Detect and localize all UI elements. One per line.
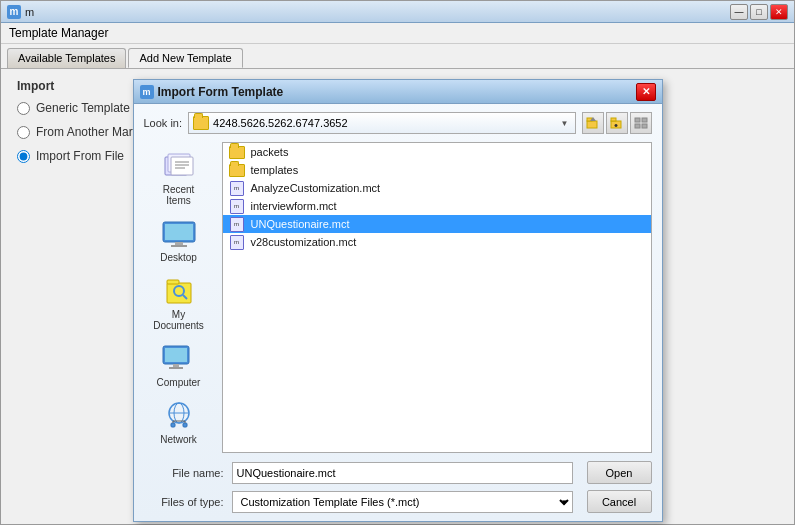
svg-rect-0: [587, 121, 597, 128]
desktop-label: Desktop: [160, 252, 197, 263]
file-list: packets templates m AnalyzeCustomization…: [222, 142, 652, 453]
up-folder-icon: [586, 116, 600, 130]
network-icon: [161, 400, 197, 432]
svg-rect-4: [611, 118, 616, 121]
quick-item-recent[interactable]: Recent Items: [146, 146, 211, 210]
file-item-templates[interactable]: templates: [223, 161, 651, 179]
dialog-title-bar: m Import Form Template ✕: [134, 80, 662, 104]
svg-rect-18: [165, 224, 193, 240]
mct-icon-analyze: m: [229, 181, 245, 195]
title-bar: m m ― □ ✕: [1, 1, 794, 23]
filetype-select-wrapper: Customization Template Files (*.mct): [232, 491, 573, 513]
svg-rect-7: [635, 118, 640, 122]
filetype-label: Files of type:: [144, 496, 224, 508]
file-item-packets[interactable]: packets: [223, 143, 651, 161]
tabs-bar: Available Templates Add New Template: [1, 44, 794, 69]
folder-icon-templates: [229, 163, 245, 177]
tab-available-templates[interactable]: Available Templates: [7, 48, 126, 68]
form-fields: File name: Open Files of type: Customiza…: [144, 461, 652, 513]
look-in-select-inner: 4248.5626.5262.6747.3652: [193, 116, 561, 130]
new-folder-icon: [610, 116, 624, 130]
file-name-un: UNQuestionaire.mct: [251, 218, 350, 230]
menu-bar: Template Manager: [1, 23, 794, 44]
network-label: Network: [160, 434, 197, 445]
filetype-row: Files of type: Customization Template Fi…: [144, 490, 652, 513]
desktop-icon: [161, 218, 197, 250]
svg-rect-8: [642, 118, 647, 122]
look-in-row: Look in: 4248.5626.5262.6747.3652 ▼: [144, 112, 652, 134]
quick-item-network[interactable]: Network: [146, 396, 211, 449]
main-window: m m ― □ ✕ Template Manager Available Tem…: [0, 0, 795, 525]
view-menu-icon: [634, 116, 648, 130]
svg-rect-20: [171, 245, 187, 247]
view-menu-button[interactable]: [630, 112, 652, 134]
title-text: m: [25, 6, 34, 18]
action-buttons: Open: [587, 461, 652, 484]
file-name-analyze: AnalyzeCustomization.mct: [251, 182, 381, 194]
svg-rect-26: [165, 348, 187, 362]
quick-item-desktop[interactable]: Desktop: [146, 214, 211, 267]
import-form-dialog: m Import Form Template ✕ Look in: 4248.5…: [133, 79, 663, 522]
svg-rect-10: [642, 124, 647, 128]
title-bar-buttons: ― □ ✕: [730, 4, 788, 20]
file-name-v28: v28customization.mct: [251, 236, 357, 248]
dialog-title: Import Form Template: [158, 85, 284, 99]
svg-rect-32: [171, 423, 175, 427]
folder-icon-packets: [229, 145, 245, 159]
dialog-body: Look in: 4248.5626.5262.6747.3652 ▼: [134, 104, 662, 521]
mct-icon-un: m: [229, 217, 245, 231]
minimize-button[interactable]: ―: [730, 4, 748, 20]
look-in-select[interactable]: 4248.5626.5262.6747.3652 ▼: [188, 112, 575, 134]
filename-label: File name:: [144, 467, 224, 479]
cancel-button-col: Cancel: [587, 490, 652, 513]
mydocs-icon: [161, 275, 197, 307]
svg-rect-33: [183, 423, 187, 427]
svg-rect-9: [635, 124, 640, 128]
quick-item-mydocs[interactable]: My Documents: [146, 271, 211, 335]
up-folder-button[interactable]: [582, 112, 604, 134]
svg-rect-27: [173, 364, 179, 367]
svg-rect-13: [171, 157, 193, 175]
quick-access-sidebar: Recent Items: [144, 142, 214, 453]
filename-row: File name: Open: [144, 461, 652, 484]
dialog-overlay: m Import Form Template ✕ Look in: 4248.5…: [1, 69, 794, 524]
quick-item-computer[interactable]: Computer: [146, 339, 211, 392]
file-item-interview[interactable]: m interviewform.mct: [223, 197, 651, 215]
computer-icon: [161, 343, 197, 375]
file-name-templates: templates: [251, 164, 299, 176]
file-item-v28[interactable]: m v28customization.mct: [223, 233, 651, 251]
dialog-title-left: m Import Form Template: [140, 85, 284, 99]
filename-input[interactable]: [232, 462, 573, 484]
mct-icon-v28: m: [229, 235, 245, 249]
maximize-button[interactable]: □: [750, 4, 768, 20]
browser-area: Recent Items: [144, 142, 652, 453]
mydocs-label: My Documents: [150, 309, 207, 331]
cancel-button[interactable]: Cancel: [587, 490, 652, 513]
open-button[interactable]: Open: [587, 461, 652, 484]
file-name-packets: packets: [251, 146, 289, 158]
filetype-select[interactable]: Customization Template Files (*.mct): [232, 491, 573, 513]
folder-icon: [193, 116, 209, 130]
toolbar-buttons: [582, 112, 652, 134]
svg-rect-19: [175, 242, 183, 245]
file-item-un[interactable]: m UNQuestionaire.mct: [223, 215, 651, 233]
file-item-analyze[interactable]: m AnalyzeCustomization.mct: [223, 179, 651, 197]
main-content: Import Generic Template From Another Mar…: [1, 69, 794, 524]
look-in-label: Look in:: [144, 117, 183, 129]
svg-rect-28: [169, 367, 183, 369]
app-icon: m: [7, 5, 21, 19]
recent-items-label: Recent Items: [150, 184, 207, 206]
dialog-close-button[interactable]: ✕: [636, 83, 656, 101]
menu-label: Template Manager: [9, 26, 108, 40]
tab-add-new-template[interactable]: Add New Template: [128, 48, 242, 68]
mct-icon-interview: m: [229, 199, 245, 213]
computer-label: Computer: [157, 377, 201, 388]
file-name-interview: interviewform.mct: [251, 200, 337, 212]
new-folder-button[interactable]: [606, 112, 628, 134]
svg-rect-22: [167, 280, 179, 284]
look-in-dropdown-arrow: ▼: [561, 119, 571, 128]
recent-items-icon: [161, 150, 197, 182]
look-in-value: 4248.5626.5262.6747.3652: [213, 117, 348, 129]
close-button[interactable]: ✕: [770, 4, 788, 20]
dialog-icon: m: [140, 85, 154, 99]
